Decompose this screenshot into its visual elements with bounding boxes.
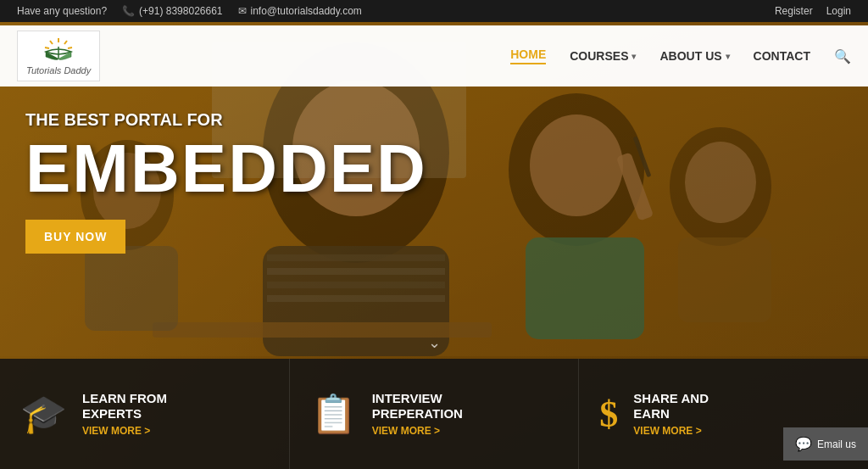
navbar: Tutorials Daddy HOME COURSES ▾ ABOUT US …: [0, 25, 868, 87]
feature-interview-title: INTERVIEWPREPERATION: [372, 391, 463, 422]
email-info: ✉ info@tutorialsdaddy.com: [238, 5, 362, 17]
search-icon[interactable]: 🔍: [834, 48, 851, 64]
feature-interview-link[interactable]: VIEW MORE >: [372, 425, 463, 437]
logo-icon: [42, 36, 75, 65]
svg-line-3: [50, 41, 53, 44]
chat-icon: 💬: [795, 436, 812, 452]
feature-learn: 🎓 LEARN FROMEXPERTS VIEW MORE >: [0, 359, 290, 469]
nav-item-home[interactable]: HOME: [510, 47, 546, 64]
logo-text: Tutorials Daddy: [26, 65, 91, 75]
scroll-indicator: ⌄: [428, 333, 441, 352]
email-us-label: Email us: [817, 438, 856, 450]
email-us-button[interactable]: 💬 Email us: [783, 427, 868, 461]
nav-item-about[interactable]: ABOUT US ▾: [659, 49, 729, 63]
feature-share-title: SHARE ANDEARN: [633, 391, 709, 422]
register-link[interactable]: Register: [775, 5, 813, 17]
phone-info: 📞 (+91) 8398026661: [122, 5, 222, 17]
svg-line-1: [64, 41, 67, 44]
hero-section: Have any question? 📞 (+91) 8398026661 ✉ …: [0, 0, 868, 469]
feature-learn-link[interactable]: VIEW MORE >: [82, 425, 167, 437]
mail-icon: ✉: [238, 5, 247, 17]
buy-now-button[interactable]: BUY NOW: [25, 220, 125, 254]
top-bar-left: Have any question? 📞 (+91) 8398026661 ✉ …: [17, 5, 362, 17]
hero-content: THE BEST PORTAL FOR EMBEDDED BUY NOW: [25, 110, 427, 254]
hero-title: EMBEDDED: [25, 135, 427, 203]
phone-icon: 📞: [122, 5, 135, 17]
dollar-icon: $: [599, 393, 618, 436]
about-chevron: ▾: [726, 52, 730, 61]
top-bar-right: Register Login: [775, 5, 851, 17]
top-bar: Have any question? 📞 (+91) 8398026661 ✉ …: [0, 0, 868, 22]
feature-share-link[interactable]: VIEW MORE >: [633, 425, 709, 437]
logo-area: Tutorials Daddy: [17, 31, 100, 81]
feature-learn-title: LEARN FROMEXPERTS: [82, 391, 167, 422]
feature-learn-text: LEARN FROMEXPERTS VIEW MORE >: [82, 391, 167, 437]
hero-subtitle: THE BEST PORTAL FOR: [25, 110, 427, 130]
svg-line-4: [45, 47, 49, 48]
phone-number: (+91) 8398026661: [139, 5, 222, 17]
graduation-cap-icon: 🎓: [20, 392, 67, 436]
svg-line-2: [68, 47, 72, 48]
login-link[interactable]: Login: [826, 5, 851, 17]
feature-interview: 📋 INTERVIEWPREPERATION VIEW MORE >: [290, 359, 580, 469]
feature-share-text: SHARE ANDEARN VIEW MORE >: [633, 391, 709, 437]
courses-chevron: ▾: [632, 52, 636, 61]
notes-icon: 📋: [310, 392, 357, 436]
logo-box: Tutorials Daddy: [17, 31, 100, 81]
nav-item-courses[interactable]: COURSES ▾: [570, 49, 636, 63]
email-address: info@tutorialsdaddy.com: [251, 5, 362, 17]
nav-item-contact[interactable]: CONTACT: [754, 49, 810, 63]
features-bar: 🎓 LEARN FROMEXPERTS VIEW MORE > 📋 INTERV…: [0, 359, 868, 469]
feature-interview-text: INTERVIEWPREPERATION VIEW MORE >: [372, 391, 463, 437]
nav-links: HOME COURSES ▾ ABOUT US ▾ CONTACT 🔍: [510, 47, 851, 64]
question-label: Have any question?: [17, 5, 107, 17]
